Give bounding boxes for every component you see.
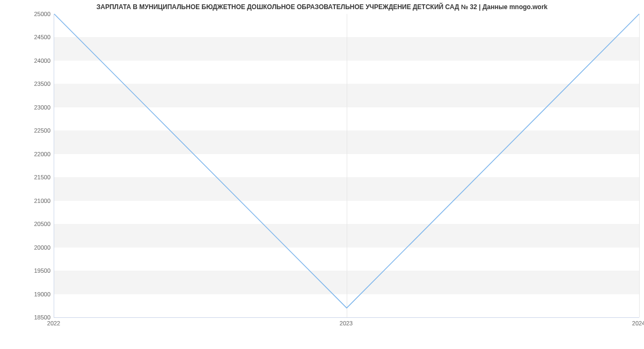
plot-area	[54, 14, 639, 318]
chart-svg	[54, 14, 639, 317]
y-tick-label: 20500	[2, 221, 50, 227]
y-tick-label: 18500	[2, 314, 50, 321]
y-tick-label: 23000	[2, 104, 50, 111]
series-line	[54, 14, 639, 308]
y-tick-label: 21000	[2, 198, 50, 204]
y-tick-label: 22000	[2, 151, 50, 157]
x-gridline	[639, 14, 640, 317]
y-tick-label: 24000	[2, 57, 50, 64]
y-tick-label: 19500	[2, 267, 50, 274]
y-tick-label: 20000	[2, 244, 50, 251]
y-tick-label: 25000	[2, 11, 50, 17]
y-tick-label: 19000	[2, 291, 50, 297]
y-tick-label: 21500	[2, 174, 50, 180]
chart-title: ЗАРПЛАТА В МУНИЦИПАЛЬНОЕ БЮДЖЕТНОЕ ДОШКО…	[0, 3, 644, 11]
chart-container: ЗАРПЛАТА В МУНИЦИПАЛЬНОЕ БЮДЖЕТНОЕ ДОШКО…	[0, 0, 644, 349]
x-tick-label: 2024	[632, 320, 644, 326]
y-tick-label: 22500	[2, 127, 50, 134]
x-tick-label: 2023	[340, 320, 353, 326]
y-tick-label: 24500	[2, 34, 50, 40]
y-tick-label: 23500	[2, 81, 50, 87]
x-tick-label: 2022	[47, 320, 60, 326]
